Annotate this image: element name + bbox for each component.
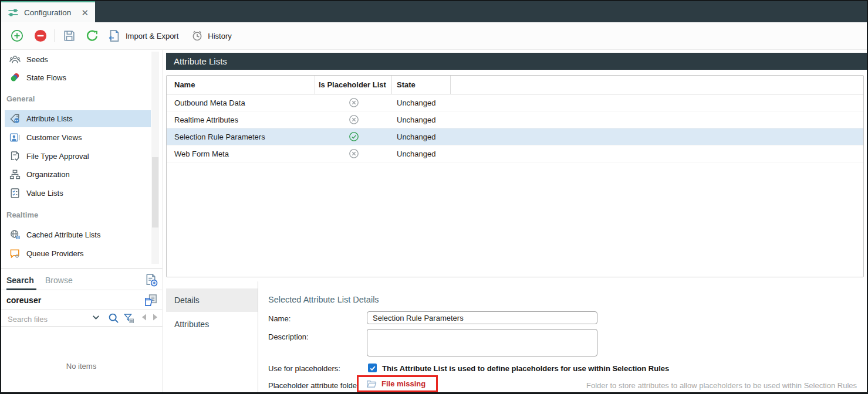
- chat-bubble-gear-icon: [9, 248, 21, 259]
- sidebar-item-seeds[interactable]: Seeds: [0, 51, 151, 67]
- sidebar-item-attribute-lists[interactable]: Attribute Lists: [5, 110, 151, 127]
- sidebar-item-label: Cached Attribute Lists: [26, 230, 100, 239]
- org-chart-icon: [9, 169, 21, 180]
- filter-funnel-icon[interactable]: [123, 313, 134, 324]
- sidebar-item-label: Seeds: [26, 55, 48, 64]
- sidebar-item-state-flows[interactable]: State Flows: [0, 69, 151, 86]
- cell-is-placeholder: [315, 97, 392, 108]
- document-check-icon: [9, 151, 21, 162]
- name-field[interactable]: [367, 311, 597, 324]
- sidebar-item-queue-providers[interactable]: Queue Providers: [0, 245, 151, 261]
- people-group-icon: [9, 54, 21, 65]
- state-flows-icon: [9, 72, 21, 83]
- cell-name: Realtime Attributes: [167, 116, 315, 124]
- prev-arrow-icon[interactable]: [140, 313, 151, 324]
- tab-configuration[interactable]: Configuration ✕: [1, 0, 95, 22]
- sidebar-scrollbar[interactable]: [151, 52, 159, 264]
- cross-circle-icon: [349, 97, 359, 108]
- open-folder-icon: [366, 379, 377, 389]
- tab-search[interactable]: Search: [6, 276, 34, 285]
- tab-attributes[interactable]: Attributes: [166, 313, 258, 336]
- sidebar-item-label: State Flows: [26, 73, 66, 82]
- table-header-row: Name Is Placeholder List State: [167, 76, 863, 94]
- table-row[interactable]: Outbound Meta Data Unchanged: [167, 94, 863, 111]
- profile-name: coreuser: [6, 296, 41, 305]
- description-field[interactable]: [367, 329, 597, 356]
- cell-is-placeholder: [315, 131, 392, 142]
- sidebar-section-realtime: Realtime: [6, 210, 38, 219]
- globe-icon: [9, 229, 21, 240]
- search-files-input[interactable]: [6, 313, 88, 325]
- checkbox-check-icon: [369, 365, 376, 372]
- table-row[interactable]: Realtime Attributes Unchanged: [167, 111, 863, 128]
- sidebar-item-label: Organization: [26, 170, 70, 179]
- search-browse-tabs: Search Browse: [0, 270, 163, 290]
- cell-is-placeholder: [315, 148, 392, 159]
- folder-copy-icon[interactable]: [144, 294, 158, 307]
- attribute-lists-table: Name Is Placeholder List State Outbound …: [166, 75, 864, 277]
- placeholder-folder-picker[interactable]: File missing: [357, 375, 438, 392]
- cell-state: Unchanged: [392, 98, 451, 107]
- active-tab-underline: [6, 288, 36, 290]
- toolbar: Import & Export History: [0, 22, 868, 50]
- search-icon[interactable]: [108, 313, 119, 324]
- cell-state: Unchanged: [392, 150, 451, 158]
- cell-state: Unchanged: [392, 116, 451, 124]
- add-button[interactable]: [11, 29, 23, 42]
- cell-name: Outbound Meta Data: [167, 98, 315, 107]
- details-title: Selected Attribute List Details: [268, 295, 379, 304]
- import-export-button[interactable]: Import & Export: [108, 29, 178, 42]
- sidebar-divider: [0, 268, 163, 269]
- empty-results-text: No items: [0, 362, 163, 371]
- sidebar-item-value-lists[interactable]: Value Lists: [0, 185, 151, 201]
- tag-icon: [9, 113, 21, 124]
- sidebar-section-general: General: [6, 94, 35, 103]
- use-for-placeholders-checkbox[interactable]: [368, 364, 377, 372]
- sidebar-item-label: Queue Providers: [26, 249, 84, 258]
- chevron-down-icon[interactable]: [91, 313, 102, 324]
- column-header-name[interactable]: Name: [167, 76, 315, 94]
- history-label: History: [208, 32, 231, 40]
- sidebar-item-label: Attribute Lists: [26, 114, 73, 123]
- profile-row: coreuser: [0, 291, 163, 310]
- use-for-placeholders-text: This Attribute List is used to define pl…: [382, 364, 669, 373]
- sidebar-item-organization[interactable]: Organization: [0, 166, 151, 182]
- panel-title: Attribute Lists: [174, 56, 227, 66]
- application-window: Configuration ✕: [0, 0, 868, 394]
- history-button[interactable]: History: [191, 30, 231, 42]
- search-files-row: [0, 311, 163, 327]
- column-header-is-placeholder-list[interactable]: Is Placeholder List: [315, 76, 392, 94]
- cell-state: Unchanged: [392, 133, 451, 141]
- cell-name: Web Form Meta: [167, 150, 315, 158]
- description-field-label: Description:: [268, 332, 309, 341]
- tab-attributes-label: Attributes: [174, 320, 209, 329]
- next-arrow-icon[interactable]: [150, 313, 161, 324]
- sidebar-item-customer-views[interactable]: Customer Views: [0, 129, 151, 145]
- checklist-icon: [9, 188, 21, 199]
- remove-button[interactable]: [34, 29, 47, 42]
- save-button[interactable]: [63, 29, 76, 42]
- scrollbar-thumb[interactable]: [152, 157, 158, 227]
- sidebar-item-cached-attribute-lists[interactable]: Cached Attribute Lists: [0, 226, 151, 243]
- details-tab-column: Details Attributes: [166, 281, 258, 394]
- placeholder-folder-label: Placeholder attribute folder:: [268, 381, 362, 390]
- cross-circle-icon: [349, 148, 359, 159]
- cell-is-placeholder: [315, 114, 392, 125]
- tab-details[interactable]: Details: [166, 288, 258, 312]
- toolbar-divider: [55, 29, 55, 42]
- history-clock-icon: [191, 30, 203, 42]
- table-row[interactable]: Selection Rule Parameters Unchanged: [167, 128, 863, 145]
- tab-browse[interactable]: Browse: [45, 276, 73, 285]
- table-row[interactable]: Web Form Meta Unchanged: [167, 145, 863, 162]
- sidebar-item-file-type-approval[interactable]: File Type Approval: [0, 148, 151, 164]
- new-list-icon[interactable]: [144, 273, 158, 287]
- folder-missing-text: File missing: [381, 379, 425, 388]
- close-icon[interactable]: ✕: [81, 8, 89, 17]
- tab-details-label: Details: [174, 296, 200, 305]
- refresh-button[interactable]: [86, 29, 99, 42]
- column-header-state[interactable]: State: [392, 76, 451, 94]
- person-card-icon: [9, 132, 21, 143]
- import-export-icon: [108, 29, 121, 42]
- sidebar-item-label: Customer Views: [26, 133, 82, 142]
- check-circle-icon: [349, 131, 359, 142]
